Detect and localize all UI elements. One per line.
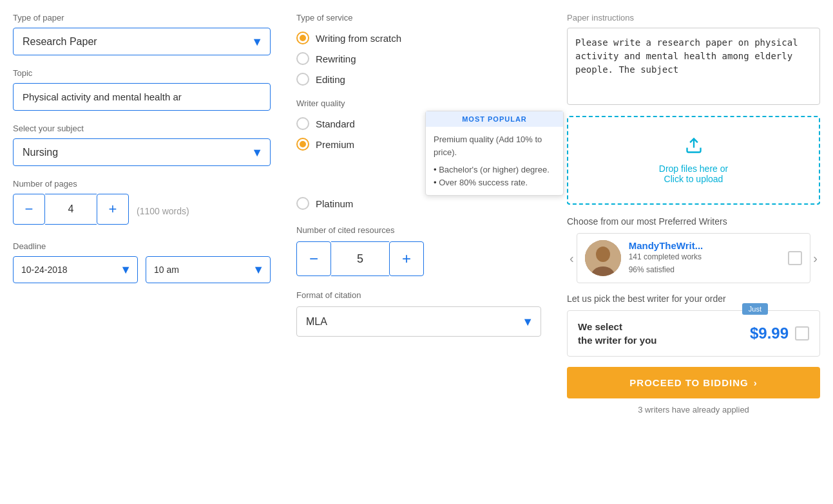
writer-card: MandyTheWrit... 141 completed works 96% … — [577, 233, 811, 283]
cited-control: − + — [296, 241, 541, 276]
writer-satisfied: 96% satisfied — [629, 264, 781, 276]
cited-section: Number of cited resources − + — [296, 225, 541, 276]
writer-avatar — [585, 240, 621, 276]
middle-column: Type of service Writing from scratch Rew… — [296, 13, 541, 491]
subject-select[interactable]: Nursing Biology History — [13, 138, 271, 166]
tooltip-main-text: Premium quality (Add 10% to price). — [434, 133, 555, 158]
svg-point-2 — [596, 247, 610, 262]
proceed-to-bidding-button[interactable]: PROCEED TO BIDDING › — [567, 367, 820, 398]
deadline-date-wrapper: 10-24-2018 10-25-2018 ▼ — [13, 256, 138, 283]
pages-decrement-button[interactable]: − — [13, 194, 45, 225]
service-radio-group: Writing from scratch Rewriting Editing — [296, 32, 541, 86]
pages-increment-button[interactable]: + — [97, 194, 129, 225]
quality-premium-radio[interactable] — [296, 138, 309, 151]
type-of-paper-label: Type of paper — [13, 13, 271, 23]
citation-select[interactable]: MLA APA Chicago Harvard — [296, 306, 541, 337]
writer-info: MandyTheWrit... 141 completed works 96% … — [629, 240, 781, 275]
citation-select-wrapper: MLA APA Chicago Harvard ▼ — [296, 306, 541, 337]
topic-label: Topic — [13, 68, 271, 78]
service-writing-label: Writing from scratch — [316, 33, 401, 44]
carousel-prev-button[interactable]: ‹ — [567, 251, 577, 266]
quality-platinum-label: Platinum — [316, 198, 353, 209]
deadline-date-select[interactable]: 10-24-2018 10-25-2018 — [13, 256, 138, 283]
pick-writer-card: Just We selectthe writer for you $9.99 — [567, 310, 820, 357]
service-writing-radio-inner — [300, 35, 306, 41]
tooltip-bullets: Bachelor's (or higher) degree. Over 80% … — [434, 163, 555, 189]
quality-standard-radio[interactable] — [296, 117, 309, 130]
left-column: Type of paper Research Paper Essay Term … — [13, 13, 271, 491]
writer-quality-radio-group: Standard Premium MOST POPULAR Premium qu… — [296, 117, 541, 210]
pick-price-area: $9.99 — [750, 324, 809, 342]
pages-words-label: (1100 words) — [137, 206, 189, 216]
proceed-arrow-icon: › — [754, 377, 758, 388]
writer-completed: 141 completed works — [629, 251, 781, 263]
type-of-service-label: Type of service — [296, 13, 541, 23]
service-rewriting-radio[interactable] — [296, 52, 309, 65]
service-rewriting-label: Rewriting — [316, 53, 356, 64]
pages-label: Number of pages — [13, 179, 271, 189]
writer-name: MandyTheWrit... — [629, 240, 781, 251]
citation-section: Format of citation MLA APA Chicago Harva… — [296, 290, 541, 337]
pages-value-input[interactable] — [45, 194, 97, 225]
subject-wrapper: Nursing Biology History ▼ — [13, 138, 271, 166]
quality-platinum-item[interactable]: Platinum — [296, 197, 541, 210]
deadline-row: 10-24-2018 10-25-2018 ▼ 10 am 11 am 12 p… — [13, 256, 271, 283]
tooltip-bullet-1: Bachelor's (or higher) degree. — [434, 163, 555, 176]
right-column: Paper instructions Please write a resear… — [567, 13, 820, 491]
quality-premium-radio-inner — [300, 141, 306, 147]
cited-decrement-button[interactable]: − — [296, 241, 331, 276]
tooltip-body: Premium quality (Add 10% to price). Bach… — [426, 127, 563, 195]
proceed-label: PROCEED TO BIDDING — [629, 377, 748, 388]
type-of-paper-select[interactable]: Research Paper Essay Term Paper — [13, 28, 271, 55]
subject-label: Select your subject — [13, 124, 271, 133]
just-badge: Just — [742, 303, 768, 315]
deadline-time-select[interactable]: 10 am 11 am 12 pm — [146, 256, 271, 283]
deadline-time-wrapper: 10 am 11 am 12 pm ▼ — [146, 256, 271, 283]
preferred-writers-label: Choose from our most Preferred Writers — [567, 216, 820, 227]
pick-writer-checkbox[interactable] — [795, 326, 809, 341]
service-writing-radio[interactable] — [296, 32, 309, 44]
instructions-textarea[interactable]: Please write a research paper on physica… — [567, 28, 820, 105]
citation-label: Format of citation — [296, 290, 541, 300]
writer-quality-label: Writer quality — [296, 98, 541, 108]
tooltip-bullet-2: Over 80% success rate. — [434, 176, 555, 189]
type-of-paper-wrapper: Research Paper Essay Term Paper ▼ — [13, 28, 271, 55]
cited-value-input[interactable] — [331, 241, 389, 276]
service-editing-radio[interactable] — [296, 73, 309, 86]
writer-avatar-image — [585, 240, 621, 276]
quality-premium-label: Premium — [316, 139, 354, 150]
premium-tooltip: MOST POPULAR Premium quality (Add 10% to… — [425, 111, 564, 196]
tooltip-header: MOST POPULAR — [426, 111, 563, 127]
upload-text: Drop files here orClick to upload — [581, 163, 806, 184]
topic-input[interactable] — [13, 83, 271, 111]
instructions-label: Paper instructions — [567, 13, 820, 23]
service-rewriting-item[interactable]: Rewriting — [296, 52, 541, 65]
carousel-next-button[interactable]: › — [810, 251, 820, 266]
upload-area[interactable]: Drop files here orClick to upload — [567, 116, 820, 205]
cited-label: Number of cited resources — [296, 225, 541, 235]
quality-standard-label: Standard — [316, 118, 355, 129]
pages-control: − + — [13, 194, 129, 225]
service-editing-item[interactable]: Editing — [296, 73, 541, 86]
cited-increment-button[interactable]: + — [389, 241, 424, 276]
service-writing-item[interactable]: Writing from scratch — [296, 32, 541, 44]
writer-select-checkbox[interactable] — [788, 251, 802, 265]
writers-applied-text: 3 writers have already applied — [567, 405, 820, 415]
pick-writer-label: Let us pick the best writer for your ord… — [567, 294, 820, 304]
upload-icon — [581, 136, 806, 158]
quality-platinum-radio[interactable] — [296, 197, 309, 210]
pick-writer-text: We selectthe writer for you — [578, 320, 657, 347]
writers-carousel: ‹ MandyTheWrit... 141 completed works 96… — [567, 233, 820, 283]
pick-price: $9.99 — [750, 324, 789, 342]
deadline-label: Deadline — [13, 241, 271, 251]
service-editing-label: Editing — [316, 74, 345, 85]
